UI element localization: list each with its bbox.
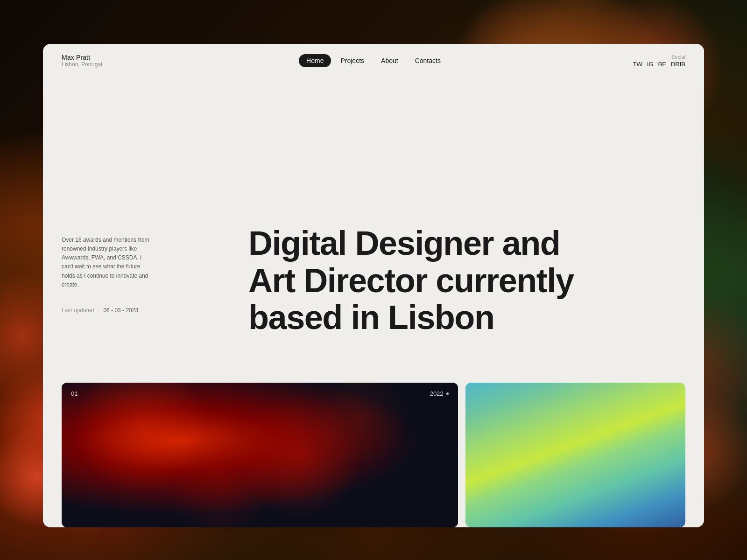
social-links: TW IG BE DRIB	[633, 61, 685, 68]
social-tw[interactable]: TW	[633, 61, 642, 68]
project-card-1-year: 2022	[430, 390, 449, 397]
nav-links: Home Projects About Contacts	[299, 54, 448, 67]
hero-title-line2: Art Director currently	[248, 262, 574, 299]
projects-row: 01 2022	[43, 383, 704, 527]
project-card-2-image	[465, 383, 685, 527]
nav-projects[interactable]: Projects	[333, 54, 372, 67]
nav-social: Social TW IG BE DRIB	[611, 54, 685, 68]
main-card: Max Pratt Lisbon, Portugal Home Projects…	[43, 44, 704, 527]
social-ig[interactable]: IG	[647, 61, 654, 68]
project-card-2[interactable]	[465, 383, 685, 527]
hero-title: Digital Designer and Art Director curren…	[248, 225, 685, 336]
hero-description: Over 16 awards and mentions from renowne…	[62, 236, 150, 289]
hero-title-line1: Digital Designer and	[248, 224, 560, 262]
last-updated-date: 06 - 03 - 2023	[103, 307, 138, 314]
hero-section: Over 16 awards and mentions from renowne…	[43, 77, 704, 383]
project-card-1-image	[62, 383, 458, 527]
hero-description-block: Over 16 awards and mentions from renowne…	[62, 236, 150, 289]
nav-contacts[interactable]: Contacts	[408, 54, 448, 67]
social-drib[interactable]: DRIB	[671, 61, 685, 68]
hero-headline: Digital Designer and Art Director curren…	[248, 225, 685, 336]
brand: Max Pratt Lisbon, Portugal	[62, 54, 136, 68]
project-card-1[interactable]: 01 2022	[62, 383, 458, 527]
hero-title-line3: based in Lisbon	[248, 299, 494, 336]
social-label: Social	[671, 54, 685, 60]
navigation: Max Pratt Lisbon, Portugal Home Projects…	[43, 44, 704, 77]
social-be[interactable]: BE	[658, 61, 666, 68]
project-card-1-number: 01	[71, 390, 78, 397]
hero-last-updated: Last updated 06 - 03 - 2023	[62, 307, 138, 314]
brand-location: Lisbon, Portugal	[62, 61, 136, 68]
nav-about[interactable]: About	[374, 54, 406, 67]
last-updated-label: Last updated	[62, 307, 94, 314]
brand-name: Max Pratt	[62, 54, 136, 61]
nav-home[interactable]: Home	[299, 54, 331, 67]
